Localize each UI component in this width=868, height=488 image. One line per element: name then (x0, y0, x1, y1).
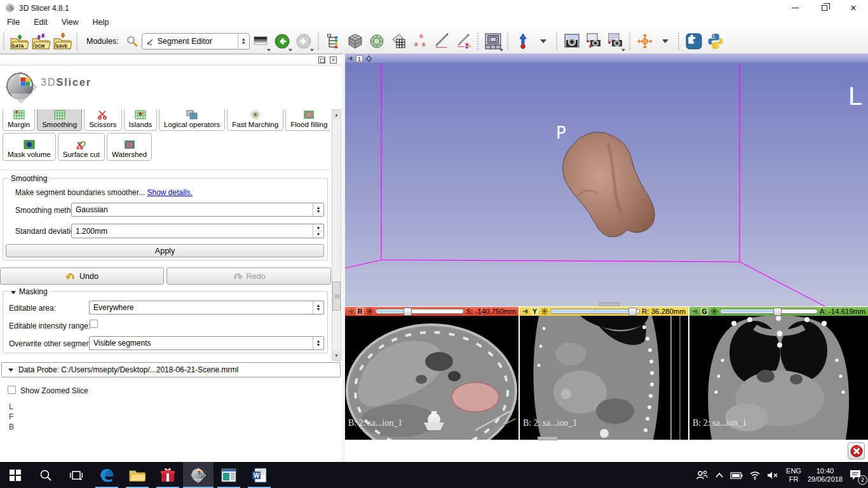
mouse-mode-caret-button[interactable] (534, 30, 553, 52)
taskbar-search-button[interactable] (31, 462, 61, 488)
spin-up-icon[interactable]: ▲ (313, 224, 323, 231)
panel-close-icon[interactable]: × (330, 57, 337, 64)
yellow-slice-view[interactable]: B: 2: sa...ion_1 (520, 316, 688, 440)
scrollbar-thumb[interactable] (332, 281, 341, 311)
taskbar-explorer-button[interactable] (122, 462, 153, 488)
yellow-slice-bar[interactable]: Y R: 36.280mm (520, 307, 688, 316)
scroll-down-icon[interactable]: ▼ (332, 351, 341, 360)
start-button[interactable] (0, 462, 31, 488)
action-center-button[interactable]: 2 (849, 469, 863, 482)
pin-icon[interactable] (347, 55, 353, 62)
effect-fast-marching[interactable]: Fast Marching (227, 109, 283, 131)
wifi-icon[interactable] (749, 471, 761, 480)
visibility-eye-icon[interactable] (366, 308, 374, 315)
redo-button[interactable]: Redo (166, 268, 331, 285)
visibility-eye-icon[interactable] (541, 308, 548, 315)
module-selector-spinner[interactable]: ▲ ▼ (238, 34, 249, 49)
taskbar-gift-app-button[interactable] (153, 462, 183, 488)
yellow-slice-slider[interactable] (550, 309, 640, 314)
dicom-button[interactable]: DCM (30, 30, 51, 52)
apply-button[interactable]: Apply (6, 244, 324, 257)
effect-islands[interactable]: Islands (124, 109, 157, 131)
markups-module-button[interactable]: ✳✳✳ (409, 30, 431, 52)
volume-muted-icon[interactable] (767, 471, 780, 480)
module-search-button[interactable] (123, 30, 142, 52)
overwrite-combo[interactable]: Visible segments ▲▼ (89, 336, 324, 350)
layout-selector-button[interactable] (482, 30, 504, 52)
effect-watershed[interactable]: Watershed (107, 133, 152, 161)
slider-handle[interactable] (628, 308, 637, 316)
intensity-range-checkbox[interactable] (90, 320, 98, 328)
scene-view-restore-button[interactable] (604, 30, 626, 52)
ruler-module-button[interactable] (431, 30, 452, 52)
transforms-module-button[interactable] (388, 30, 409, 52)
red-slice-bar[interactable]: R S: -140.750mm (345, 307, 519, 316)
back-button[interactable] (271, 30, 293, 52)
effect-logical-operators[interactable]: Logical operators (159, 109, 225, 131)
save-button[interactable]: SAVE (51, 30, 73, 52)
show-details-link[interactable]: Show details. (147, 188, 192, 197)
tray-expand-chevron-icon[interactable] (715, 472, 724, 478)
red-slice-slider[interactable] (376, 309, 464, 314)
load-data-button[interactable]: DATA (8, 30, 30, 52)
effect-margin[interactable]: Margin (3, 109, 35, 131)
undo-button[interactable]: Undo (0, 268, 164, 285)
view3d-canvas[interactable]: P L (345, 63, 868, 306)
effect-mask-volume[interactable]: Mask volume (3, 133, 56, 161)
module-panel-scrollbar[interactable]: ▲ ▼ (332, 109, 341, 361)
effect-scissors[interactable]: Scissors (84, 109, 121, 131)
battery-icon[interactable] (730, 471, 743, 479)
effect-smoothing[interactable]: Smoothing (37, 109, 82, 131)
effect-surface-cut[interactable]: Surface cut (58, 133, 105, 161)
view-splitter-grip[interactable] (599, 302, 620, 306)
show-zoomed-slice-checkbox[interactable] (8, 386, 16, 394)
screenshot-button[interactable] (561, 30, 583, 52)
smoothing-method-combo[interactable]: Gaussian ▲▼ (71, 203, 324, 217)
crosshair-caret-button[interactable] (656, 30, 675, 52)
people-icon[interactable] (696, 470, 709, 481)
visibility-eye-icon[interactable] (710, 308, 718, 315)
editable-area-combo[interactable]: Everywhere ▲▼ (89, 301, 324, 315)
annotations-module-button[interactable] (452, 30, 474, 52)
pin-icon[interactable] (692, 308, 698, 315)
module-selector[interactable]: Segment Editor ▲ ▼ (142, 33, 250, 50)
data-probe-bar[interactable]: Data Probe: C:/Users/msepty/Desktop/...2… (1, 362, 341, 377)
mouse-place-button[interactable] (512, 30, 534, 52)
task-view-button[interactable] (61, 462, 92, 488)
green-slice-view[interactable]: B: 2: sa...ion_1 (689, 316, 868, 440)
slider-handle[interactable] (773, 308, 782, 316)
taskbar-edge-button[interactable] (92, 462, 122, 488)
models-module-button[interactable] (366, 30, 388, 52)
view3d-header[interactable]: 1 (345, 54, 868, 63)
red-slice-view[interactable]: B: 2: sa...ion_1 (345, 316, 519, 440)
clock[interactable]: 10:40 29/06/2018 (808, 467, 843, 484)
pin-icon[interactable] (522, 308, 529, 315)
language-indicator[interactable]: ENG FR (786, 467, 801, 484)
taskbar-app-window-button[interactable] (214, 462, 244, 488)
slice-splitter-grip[interactable] (538, 437, 558, 440)
menu-help[interactable]: Help (86, 17, 116, 28)
extensions-manager-button[interactable]: E (683, 30, 705, 52)
menu-edit[interactable]: Edit (27, 17, 55, 28)
menu-file[interactable]: File (0, 17, 27, 28)
masking-group-title[interactable]: Masking (8, 287, 50, 296)
spin-down-icon[interactable]: ▼ (313, 231, 323, 238)
minimize-button[interactable] (780, 0, 810, 16)
menu-view[interactable]: View (55, 17, 86, 28)
effect-flood-filling[interactable]: Flood filling (285, 109, 330, 131)
subject-hierarchy-button[interactable] (323, 30, 344, 52)
green-slice-slider[interactable] (720, 309, 818, 314)
restore-button[interactable] (810, 0, 839, 16)
crosshair-button[interactable] (634, 30, 656, 52)
panel-float-icon[interactable] (318, 57, 325, 64)
scene-view-save-button[interactable] (583, 30, 604, 52)
python-console-button[interactable] (705, 30, 726, 52)
view3d-crosshair-icon[interactable] (365, 55, 372, 62)
green-slice-bar[interactable]: G A: -14.619mm (689, 307, 868, 316)
close-button[interactable]: × (839, 0, 868, 16)
slider-handle[interactable] (403, 308, 412, 316)
stddev-spinbox[interactable]: 1.200mm ▲▼ (71, 224, 324, 238)
data-module-button[interactable] (344, 30, 366, 52)
forward-button[interactable] (293, 30, 315, 52)
scroll-up-icon[interactable]: ▲ (332, 110, 341, 119)
